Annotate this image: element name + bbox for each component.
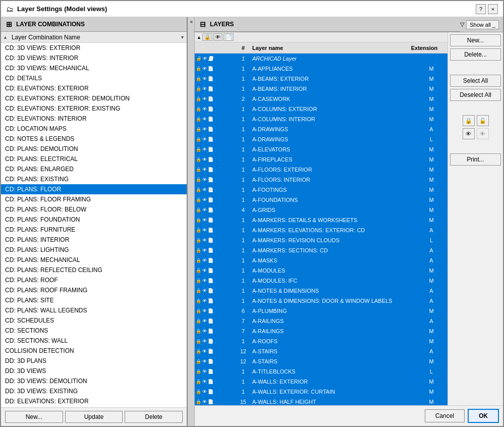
layer-row[interactable]: 🔒👁📄1A-MASKSA xyxy=(195,255,447,265)
close-button[interactable]: × xyxy=(488,4,498,14)
hide-layer-button[interactable]: 👁 xyxy=(477,128,489,139)
layer-row-icons: 🔒👁📄 xyxy=(196,288,236,293)
layer-combination-item[interactable]: CD: PLANS: REFLECTED CEILING xyxy=(1,265,187,275)
new-combination-button[interactable]: New... xyxy=(5,411,63,423)
layer-row-num: 1 xyxy=(236,247,250,253)
layer-combination-item[interactable]: CD: ELEVATIONS: EXTERIOR: DEMOLITION xyxy=(1,93,187,103)
layer-combination-item[interactable]: DD: 3D VIEWS: DEMOLITION xyxy=(1,376,187,386)
layer-combination-item[interactable]: CD: PLANS: ROOF FRAMING xyxy=(1,285,187,295)
layer-doc-icon[interactable]: 📄 xyxy=(223,33,234,41)
layer-combination-item[interactable]: CD: PLANS: FLOOR: BELOW xyxy=(1,204,187,215)
layer-combination-item[interactable]: CD: 3D VIEWS: INTERIOR xyxy=(1,53,187,63)
select-all-button[interactable]: Select All xyxy=(450,75,501,87)
layer-combination-item[interactable]: DD: ELEVATIONS: EXTERIOR: DEMOLITION xyxy=(1,406,187,407)
layer-row[interactable]: 🔒👁📄4A-GRIDSM xyxy=(195,205,447,215)
layer-combination-item[interactable]: CD: PLANS: MECHANICAL xyxy=(1,255,187,265)
layer-combination-item[interactable]: DD: ELEVATIONS: EXTERIOR xyxy=(1,396,187,406)
layer-row[interactable]: 🔒👁📄1A-FOUNDATIONSM xyxy=(195,195,447,205)
layer-combination-item[interactable]: CD: LOCATION MAPS xyxy=(1,124,187,134)
layer-row[interactable]: 🔒👁📄1A-MARKERS: SECTIONS: CDA xyxy=(195,245,447,255)
layers-list[interactable]: 🔒👁📄1ARCHICAD Layer🔒👁📄1A-APPLIANCESM🔒👁📄1A… xyxy=(195,54,447,405)
layer-row[interactable]: 🔒👁📄1A-FLOORS: INTERIORM xyxy=(195,175,447,185)
layer-combination-item[interactable]: CD: SCHEDULES xyxy=(1,315,187,326)
layer-combination-item[interactable]: CD: PLANS: DEMOLITION xyxy=(1,144,187,154)
layer-combination-item[interactable]: CD: NOTES & LEGENDS xyxy=(1,134,187,144)
layer-row-num: 1 xyxy=(236,278,250,284)
layer-row[interactable]: 🔒👁📄1A-WALLS: EXTERIOR: CURTAINM xyxy=(195,387,447,397)
layer-row[interactable]: 🔒👁📄1A-BEAMS: EXTERIORM xyxy=(195,74,447,84)
show-layer-button[interactable]: 👁 xyxy=(463,128,475,139)
layer-combination-item[interactable]: CD: PLANS: SITE xyxy=(1,295,187,305)
delete-combination-button[interactable]: Delete xyxy=(125,411,183,423)
layer-combinations-list[interactable]: CD: 3D VIEWS: EXTERIORCD: 3D VIEWS: INTE… xyxy=(1,43,187,407)
layer-row[interactable]: 🔒👁📄12A-STAIRSA xyxy=(195,346,447,356)
layer-row[interactable]: 🔒👁📄1A-FLOORS: EXTERIORM xyxy=(195,165,447,175)
layer-combination-item[interactable]: CD: PLANS: ROOF xyxy=(1,275,187,285)
layer-row[interactable]: 🔒👁📄1A-MODULESM xyxy=(195,265,447,276)
show-all-button[interactable]: Show all _ xyxy=(466,20,499,29)
sidebar-buttons: New... Delete... Select All Deselect All… xyxy=(447,32,503,405)
layer-combination-item[interactable]: CD: PLANS: ELECTRICAL xyxy=(1,154,187,164)
layer-row-icons: 🔒👁📄 xyxy=(196,298,236,303)
layer-row[interactable]: 🔒👁📄6A-PLUMBINGM xyxy=(195,306,447,316)
layer-combination-item[interactable]: DD: 3D VIEWS: EXISTING xyxy=(1,386,187,396)
layer-row[interactable]: 🔒👁📄2A-CASEWORKM xyxy=(195,94,447,104)
layer-combination-item[interactable]: CD: PLANS: ENLARGED xyxy=(1,164,187,174)
deselect-all-button[interactable]: Deselect All xyxy=(450,89,501,101)
print-button[interactable]: Print... xyxy=(450,153,501,166)
layer-combination-item[interactable]: CD: DETAILS xyxy=(1,73,187,83)
layer-row[interactable]: 🔒👁📄15A-WALLS: HALF HEIGHTM xyxy=(195,397,447,405)
layer-row[interactable]: 🔒👁📄1A-DRAWINGSL xyxy=(195,134,447,144)
layer-combination-item[interactable]: CD: PLANS: FURNITURE xyxy=(1,225,187,235)
layer-combination-item[interactable]: CD: PLANS: INTERIOR xyxy=(1,235,187,245)
layer-combination-item[interactable]: CD: PLANS: WALL LEGENDS xyxy=(1,305,187,315)
layer-combination-item[interactable]: CD: ELEVATIONS: EXTERIOR: EXISTING xyxy=(1,103,187,114)
unlock-toggle-button[interactable]: 🔓 xyxy=(477,115,489,126)
layer-row[interactable]: 🔒👁📄7A-RAILINGSA xyxy=(195,316,447,326)
layer-row[interactable]: 🔒👁📄1A-FIREPLACESM xyxy=(195,154,447,165)
layer-row[interactable]: 🔒👁📄1A-ELEVATORSM xyxy=(195,144,447,154)
help-button[interactable]: ? xyxy=(476,4,486,14)
layer-combination-item[interactable]: CD: SECTIONS xyxy=(1,326,187,336)
layer-row[interactable]: 🔒👁📄1A-WALLS: EXTERIORM xyxy=(195,377,447,387)
cancel-button[interactable]: Cancel xyxy=(425,409,465,422)
layer-row[interactable]: 🔒👁📄1A-MARKERS: DETAILS & WORKSHEETSM xyxy=(195,215,447,225)
layer-combination-item[interactable]: CD: PLANS: FLOOR FRAMING xyxy=(1,194,187,204)
layer-combination-item[interactable]: CD: 3D VIEWS: EXTERIOR xyxy=(1,43,187,53)
layer-row[interactable]: 🔒👁📄1A-COLUMNS: INTERIORM xyxy=(195,114,447,124)
layer-combination-item[interactable]: COLLISION DETECTION xyxy=(1,346,187,356)
layer-row[interactable]: 🔒👁📄1A-NOTES & DIMENSIONS: DOOR & WINDOW … xyxy=(195,296,447,306)
layer-combination-item[interactable]: CD: PLANS: FOUNDATION xyxy=(1,215,187,225)
layer-row[interactable]: 🔒👁📄12A-STAIRSM xyxy=(195,356,447,366)
layer-combination-item[interactable]: CD: PLANS: LIGHTING xyxy=(1,245,187,255)
lock-toggle-button[interactable]: 🔒 xyxy=(463,115,475,126)
update-combination-button[interactable]: Update xyxy=(65,411,123,423)
lock-icon[interactable]: 🔒 xyxy=(202,33,212,41)
layer-row[interactable]: 🔒👁📄1A-MARKERS: REVISION CLOUDSL xyxy=(195,235,447,245)
layer-combination-item[interactable]: CD: 3D VIEWS: MECHANICAL xyxy=(1,63,187,73)
layer-row[interactable]: 🔒👁📄1A-BEAMS: INTERIORM xyxy=(195,84,447,94)
layer-row[interactable]: 🔒👁📄1A-APPLIANCESM xyxy=(195,64,447,74)
layer-row[interactable]: 🔒👁📄1ARCHICAD Layer xyxy=(195,54,447,64)
delete-layer-button[interactable]: Delete... xyxy=(450,48,501,61)
layer-row[interactable]: 🔒👁📄1A-DRAWINGSA xyxy=(195,124,447,134)
layer-row[interactable]: 🔒👁📄1A-ROOFSM xyxy=(195,336,447,346)
layer-row[interactable]: 🔒👁📄1A-MODULES: IFCM xyxy=(195,276,447,286)
layer-row[interactable]: 🔒👁📄1A-NOTES & DIMENSIONSA xyxy=(195,286,447,296)
layer-combination-item[interactable]: DD: 3D PLANS xyxy=(1,356,187,366)
layer-row-num: 1 xyxy=(236,76,250,82)
layer-row[interactable]: 🔒👁📄1A-COLUMNS: EXTERIORM xyxy=(195,104,447,114)
layer-combination-item[interactable]: DD: 3D VIEWS xyxy=(1,366,187,376)
layer-row[interactable]: 🔒👁📄7A-RAILINGSM xyxy=(195,326,447,336)
layer-combination-item[interactable]: CD: ELEVATIONS: EXTERIOR xyxy=(1,83,187,93)
ok-button[interactable]: OK xyxy=(468,409,499,423)
layer-combination-item[interactable]: CD: ELEVATIONS: INTERIOR xyxy=(1,114,187,124)
new-layer-button[interactable]: New... xyxy=(450,34,501,46)
layer-row[interactable]: 🔒👁📄1A-MARKERS: ELEVATIONS: EXTERIOR: CDA xyxy=(195,225,447,235)
layer-row[interactable]: 🔒👁📄1A-TITLEBLOCKSL xyxy=(195,366,447,377)
layer-combination-item[interactable]: CD: SECTIONS: WALL xyxy=(1,336,187,346)
layer-combination-item[interactable]: CD: PLANS: EXISTING xyxy=(1,174,187,184)
eye-icon[interactable]: 👁 xyxy=(213,33,222,41)
layer-combination-item[interactable]: CD: PLANS: FLOOR xyxy=(1,184,187,194)
layer-row[interactable]: 🔒👁📄1A-FOOTINGSM xyxy=(195,185,447,195)
